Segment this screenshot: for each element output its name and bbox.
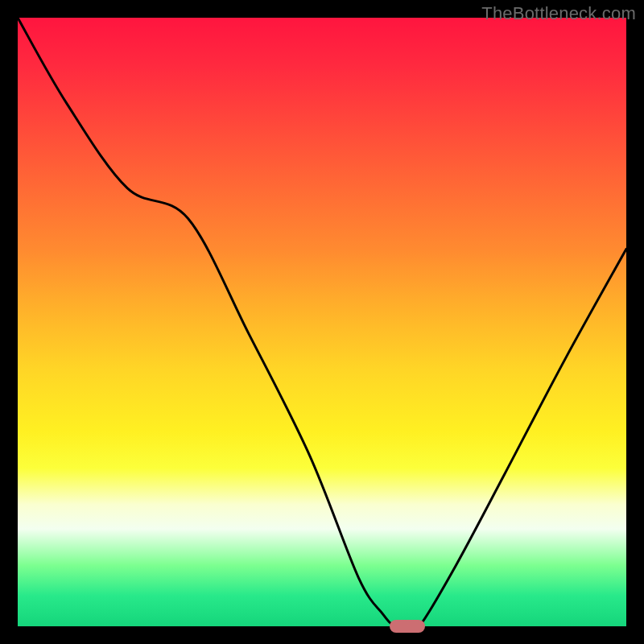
watermark-text: TheBottleneck.com xyxy=(481,3,636,24)
plot-area xyxy=(18,18,626,626)
bottleneck-curve xyxy=(18,18,626,626)
optimal-marker xyxy=(390,620,425,633)
chart-frame: TheBottleneck.com xyxy=(0,0,644,644)
